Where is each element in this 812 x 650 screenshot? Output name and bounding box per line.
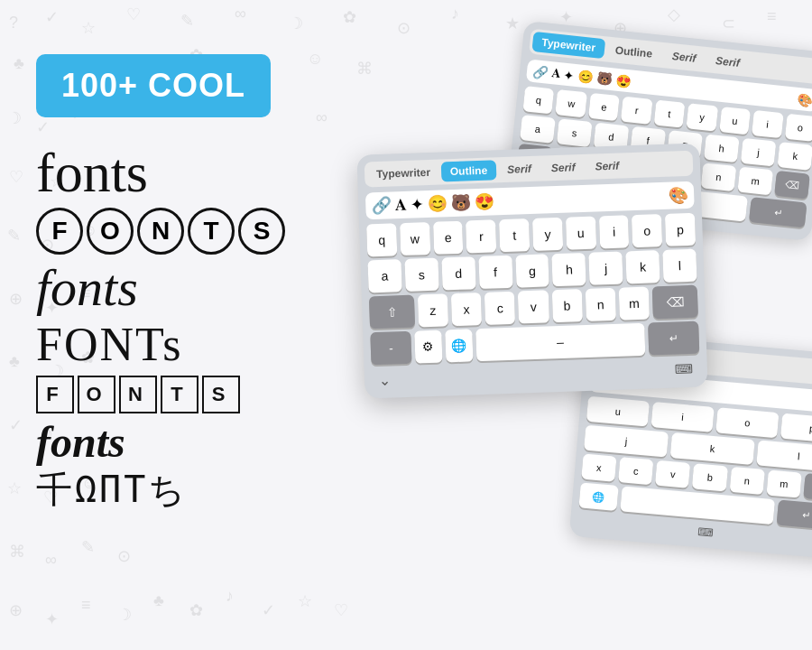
keyboards-area: Typewriter Outline Serif Serif 🔗 𝐀 ✦ 😊 🐻…	[334, 9, 812, 650]
sparkle-icon-back[interactable]: ✦	[563, 67, 576, 82]
key-delete[interactable]: ⌫	[652, 285, 698, 320]
key-m[interactable]: m	[619, 287, 650, 320]
key-x-front[interactable]: x	[581, 454, 616, 482]
key-w[interactable]: w	[400, 222, 430, 255]
key-m-back[interactable]: m	[737, 167, 773, 196]
key-w-back[interactable]: w	[556, 89, 587, 117]
key-o-front[interactable]: o	[715, 407, 779, 438]
key-t-back[interactable]: t	[653, 99, 685, 127]
chevron-down-icon[interactable]: ⌄	[379, 372, 392, 389]
bear-icon-back[interactable]: 🐻	[596, 70, 614, 87]
key-settings[interactable]: ⚙	[414, 330, 442, 364]
key-a[interactable]: a	[367, 259, 401, 292]
key-return-front[interactable]: ↵	[777, 500, 812, 530]
key-r[interactable]: r	[466, 219, 496, 253]
key-a-back[interactable]: a	[520, 115, 556, 144]
key-u-front[interactable]: u	[586, 396, 650, 427]
key-s[interactable]: s	[404, 258, 438, 292]
color-icon-back[interactable]: 🎨	[797, 91, 812, 107]
key-m-front[interactable]: m	[766, 469, 801, 497]
font-sample-katakana: 千ΩПТち	[36, 471, 361, 507]
fonts-list: fonts F O N T S fonts FONTs F O N T S fo…	[36, 144, 361, 507]
key-n-front[interactable]: n	[729, 467, 764, 495]
key-k-front[interactable]: k	[670, 432, 755, 465]
tab-typewriter-main[interactable]: Typewriter	[367, 162, 440, 185]
key-return-back[interactable]: ↵	[749, 197, 807, 228]
key-c[interactable]: c	[484, 292, 515, 325]
key-n-back[interactable]: n	[701, 162, 737, 191]
share-icon-main[interactable]: 🔗	[371, 195, 392, 216]
tab-typewriter-back[interactable]: Typewriter	[531, 32, 605, 59]
key-o[interactable]: o	[632, 214, 662, 247]
key-del-back[interactable]: ⌫	[774, 171, 810, 200]
font-sample-italic: fonts	[36, 262, 361, 314]
emoji-face-main[interactable]: 😊	[427, 193, 448, 214]
key-b[interactable]: b	[551, 289, 582, 322]
tab-outline-main[interactable]: Outline	[441, 160, 497, 181]
key-t[interactable]: t	[499, 218, 530, 252]
emoji-face-back[interactable]: 😊	[577, 69, 595, 85]
key-u[interactable]: u	[566, 217, 596, 250]
key-o-back[interactable]: o	[784, 114, 812, 142]
key-j[interactable]: j	[589, 252, 623, 285]
key-globe-front[interactable]: 🌐	[578, 482, 619, 511]
key-num[interactable]: -	[370, 331, 411, 366]
font-sample-serif: FONTs	[36, 321, 361, 368]
bear-icon-main[interactable]: 🐻	[450, 192, 471, 213]
key-space[interactable]: –	[475, 323, 645, 362]
key-e[interactable]: e	[433, 221, 464, 255]
key-b-front[interactable]: b	[692, 463, 727, 491]
key-shift[interactable]: ⇧	[369, 295, 415, 330]
tab-serif1-main[interactable]: Serif	[498, 159, 540, 181]
key-v-front[interactable]: v	[655, 460, 690, 488]
key-q-back[interactable]: q	[522, 86, 554, 114]
font-sample-normal: fonts	[36, 144, 361, 200]
key-p[interactable]: p	[665, 213, 696, 246]
badge-text: 100+ COOL	[61, 67, 245, 104]
key-del-front[interactable]: ⌫	[803, 473, 812, 501]
key-l[interactable]: l	[662, 249, 697, 283]
key-n[interactable]: n	[586, 288, 616, 321]
key-q[interactable]: q	[366, 223, 397, 256]
love-icon-back[interactable]: 😍	[615, 72, 632, 88]
key-i-front[interactable]: i	[651, 402, 715, 432]
key-g[interactable]: g	[515, 254, 549, 287]
key-globe-main[interactable]: 🌐	[445, 329, 473, 362]
tab-outline-back[interactable]: Outline	[605, 39, 662, 64]
key-f[interactable]: f	[478, 255, 512, 289]
key-x[interactable]: x	[451, 292, 482, 326]
keyboard-icon-front[interactable]: ⌨	[697, 525, 714, 539]
tab-serif3-main[interactable]: Serif	[586, 155, 628, 177]
key-z[interactable]: z	[418, 293, 448, 327]
key-d[interactable]: d	[441, 256, 475, 290]
key-i[interactable]: i	[599, 215, 630, 248]
key-c-front[interactable]: c	[618, 457, 653, 485]
keyboard-icon[interactable]: ⌨	[675, 361, 694, 379]
key-v[interactable]: v	[518, 290, 549, 323]
key-s-back[interactable]: s	[557, 118, 593, 147]
key-l-front[interactable]: l	[756, 440, 812, 472]
key-k-back[interactable]: k	[777, 142, 812, 171]
key-k[interactable]: k	[626, 250, 660, 283]
key-y-back[interactable]: y	[687, 103, 718, 131]
key-i-back[interactable]: i	[752, 110, 783, 138]
love-icon-main[interactable]: 😍	[474, 191, 494, 212]
key-h-back[interactable]: h	[704, 135, 740, 163]
sparkle-icon-main[interactable]: ✦	[410, 194, 424, 215]
key-e-back[interactable]: e	[588, 93, 620, 121]
key-u-back[interactable]: u	[719, 107, 751, 135]
font-icon-back[interactable]: 𝐀	[550, 65, 561, 81]
share-icon-back[interactable]: 🔗	[531, 64, 549, 80]
font-icon-main[interactable]: 𝐀	[394, 195, 407, 214]
tab-serif2-main[interactable]: Serif	[541, 157, 584, 179]
key-y[interactable]: y	[532, 218, 563, 251]
key-return[interactable]: ↵	[648, 321, 699, 356]
key-j-back[interactable]: j	[741, 138, 777, 167]
key-p-front[interactable]: p	[780, 413, 812, 444]
tab-serif2-back[interactable]: Serif	[706, 50, 750, 74]
tab-serif1-back[interactable]: Serif	[662, 45, 706, 70]
key-r-back[interactable]: r	[621, 97, 652, 125]
key-h[interactable]: h	[552, 253, 586, 286]
color-icon-main[interactable]: 🎨	[669, 185, 689, 206]
key-j-front[interactable]: j	[584, 425, 669, 458]
